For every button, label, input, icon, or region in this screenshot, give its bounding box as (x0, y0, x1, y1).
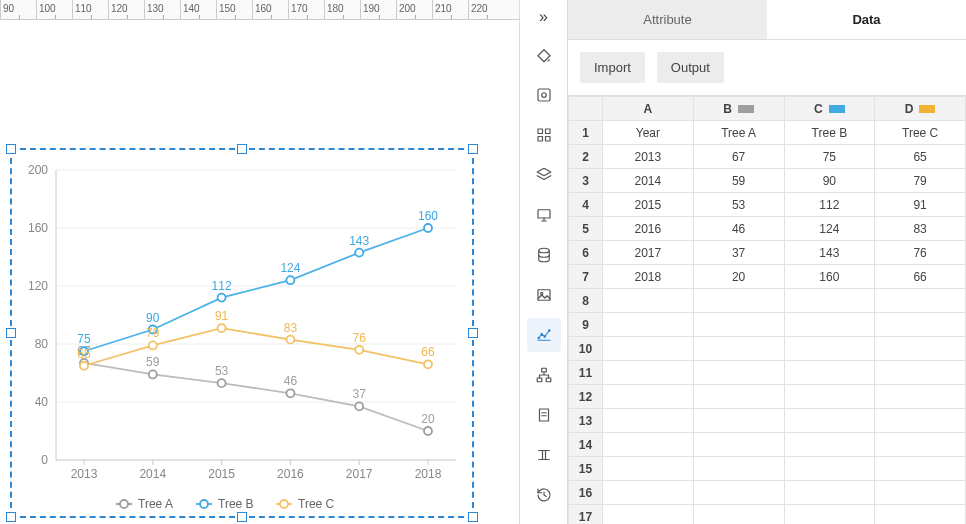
cell[interactable]: 91 (875, 193, 966, 217)
cell[interactable]: 2013 (603, 145, 694, 169)
cell[interactable]: Tree C (875, 121, 966, 145)
cell[interactable] (784, 433, 875, 457)
cell[interactable]: Tree A (693, 121, 784, 145)
cell[interactable] (875, 409, 966, 433)
cell[interactable] (875, 457, 966, 481)
row-header[interactable]: 12 (569, 385, 603, 409)
cell[interactable] (603, 481, 694, 505)
cell[interactable]: 124 (784, 217, 875, 241)
row-header[interactable]: 8 (569, 289, 603, 313)
spacing-icon[interactable] (527, 438, 561, 472)
cell[interactable] (875, 385, 966, 409)
cell[interactable]: 37 (693, 241, 784, 265)
cell[interactable] (875, 433, 966, 457)
table-row[interactable]: 1Year Tree A Tree B Tree C (569, 121, 966, 145)
row-header[interactable]: 11 (569, 361, 603, 385)
cell[interactable] (784, 409, 875, 433)
table-row[interactable]: 9 (569, 313, 966, 337)
cell[interactable]: 65 (875, 145, 966, 169)
cell[interactable]: 90 (784, 169, 875, 193)
cell[interactable]: 2015 (603, 193, 694, 217)
table-row[interactable]: 11 (569, 361, 966, 385)
database-icon[interactable] (527, 238, 561, 272)
cell[interactable] (603, 313, 694, 337)
col-header-b[interactable]: B (693, 97, 784, 121)
cell[interactable]: 2016 (603, 217, 694, 241)
page-icon[interactable] (527, 398, 561, 432)
cell[interactable] (693, 385, 784, 409)
table-row[interactable]: 13 (569, 409, 966, 433)
cell[interactable] (875, 289, 966, 313)
collapse-panel-icon[interactable]: » (520, 8, 567, 26)
cell[interactable]: 59 (693, 169, 784, 193)
row-header[interactable]: 7 (569, 265, 603, 289)
cell[interactable]: 143 (784, 241, 875, 265)
table-row[interactable]: 32014 59 90 79 (569, 169, 966, 193)
table-row[interactable]: 17 (569, 505, 966, 525)
cell[interactable] (603, 409, 694, 433)
table-row[interactable]: 8 (569, 289, 966, 313)
cell[interactable] (603, 457, 694, 481)
data-table[interactable]: A B C D 1Year Tree A Tree B Tree C22013 … (568, 96, 966, 524)
tab-attribute[interactable]: Attribute (568, 0, 767, 39)
cell[interactable] (875, 361, 966, 385)
cell[interactable] (784, 361, 875, 385)
cell[interactable]: 67 (693, 145, 784, 169)
row-header[interactable]: 3 (569, 169, 603, 193)
row-header[interactable]: 2 (569, 145, 603, 169)
chart-icon[interactable] (527, 318, 561, 352)
col-header-a[interactable]: A (603, 97, 694, 121)
cell[interactable] (693, 337, 784, 361)
line-chart[interactable]: 0408012016020020132014201520162017201867… (10, 148, 474, 518)
col-header-c[interactable]: C (784, 97, 875, 121)
cell[interactable] (784, 481, 875, 505)
row-header[interactable]: 16 (569, 481, 603, 505)
cell[interactable] (784, 457, 875, 481)
table-row[interactable]: 42015 53 112 91 (569, 193, 966, 217)
cell[interactable]: 83 (875, 217, 966, 241)
row-header[interactable]: 14 (569, 433, 603, 457)
cell[interactable] (693, 505, 784, 525)
fill-tool-icon[interactable] (527, 38, 561, 72)
import-button[interactable]: Import (580, 52, 645, 83)
table-row[interactable]: 15 (569, 457, 966, 481)
cell[interactable] (693, 361, 784, 385)
cell[interactable] (603, 505, 694, 525)
cell[interactable]: 160 (784, 265, 875, 289)
row-header[interactable]: 5 (569, 217, 603, 241)
presentation-icon[interactable] (527, 198, 561, 232)
cell[interactable] (693, 433, 784, 457)
cell[interactable] (875, 313, 966, 337)
canvas-body[interactable]: 0408012016020020132014201520162017201867… (0, 20, 519, 524)
cell[interactable] (693, 289, 784, 313)
cell[interactable]: 53 (693, 193, 784, 217)
table-row[interactable]: 72018 20 160 66 (569, 265, 966, 289)
settings-icon[interactable] (527, 78, 561, 112)
row-header[interactable]: 4 (569, 193, 603, 217)
row-header[interactable]: 10 (569, 337, 603, 361)
layers-icon[interactable] (527, 158, 561, 192)
table-row[interactable]: 52016 46 124 83 (569, 217, 966, 241)
image-icon[interactable] (527, 278, 561, 312)
table-row[interactable]: 62017 37 143 76 (569, 241, 966, 265)
cell[interactable]: 2018 (603, 265, 694, 289)
cell[interactable] (693, 409, 784, 433)
cell[interactable]: 79 (875, 169, 966, 193)
output-button[interactable]: Output (657, 52, 724, 83)
cell[interactable] (603, 337, 694, 361)
tab-data[interactable]: Data (767, 0, 966, 39)
cell[interactable] (603, 433, 694, 457)
col-header-d[interactable]: D (875, 97, 966, 121)
cell[interactable] (784, 385, 875, 409)
row-header[interactable]: 6 (569, 241, 603, 265)
history-icon[interactable] (527, 478, 561, 512)
spreadsheet[interactable]: A B C D 1Year Tree A Tree B Tree C22013 … (568, 95, 966, 524)
cell[interactable]: 20 (693, 265, 784, 289)
cell[interactable]: 46 (693, 217, 784, 241)
row-header[interactable]: 9 (569, 313, 603, 337)
cell[interactable]: 66 (875, 265, 966, 289)
cell[interactable] (784, 337, 875, 361)
row-header[interactable]: 1 (569, 121, 603, 145)
hierarchy-icon[interactable] (527, 358, 561, 392)
cell[interactable] (603, 289, 694, 313)
